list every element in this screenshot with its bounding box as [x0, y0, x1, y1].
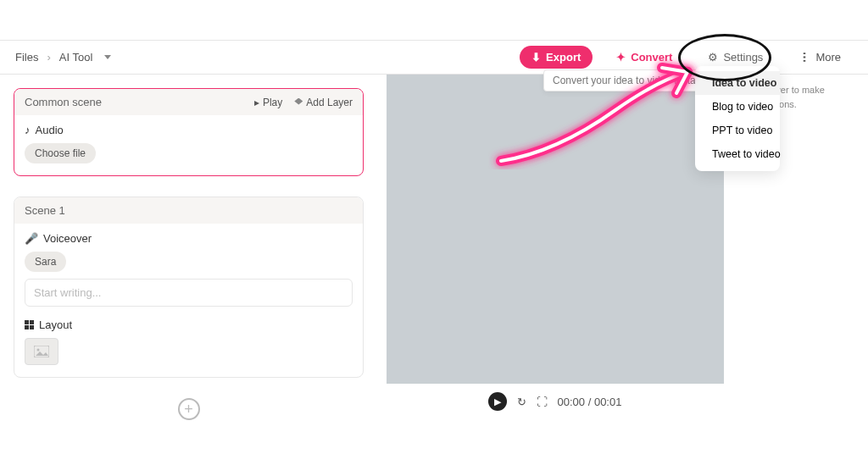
chevron-down-icon[interactable] [104, 55, 111, 59]
more-label: More [815, 51, 841, 64]
microphone-icon: 🎤 [25, 232, 38, 245]
choose-file-button[interactable]: Choose file [25, 143, 96, 163]
download-icon: ⬇ [531, 51, 541, 64]
add-layer-button[interactable]: Add Layer [294, 97, 353, 108]
layout-row: Layout [25, 318, 353, 331]
panel-header: Common scene ▸ Play Add Layer [14, 89, 363, 115]
music-note-icon: ♪ [25, 124, 31, 136]
settings-button[interactable]: ⚙ Settings [696, 46, 775, 69]
audio-label: Audio [36, 124, 64, 136]
chevron-right-icon: › [47, 51, 50, 64]
breadcrumb-current[interactable]: AI Tool [59, 51, 93, 64]
sparkle-icon: ✦ [616, 51, 626, 64]
add-scene-button[interactable]: + [178, 398, 200, 420]
fullscreen-icon[interactable]: ⛶ [537, 396, 548, 408]
voiceover-row: 🎤 Voiceover [25, 232, 353, 245]
panel-title: Scene 1 [25, 204, 65, 217]
panel-header: Scene 1 [14, 197, 363, 224]
play-label: Play [263, 97, 282, 108]
breadcrumb-root[interactable]: Files [15, 51, 38, 64]
time-display: 00:00 / 00:01 [558, 396, 622, 408]
dropdown-item-idea-to-video[interactable]: Idea to video [695, 71, 780, 95]
item-label: Idea to video [712, 77, 776, 89]
export-button[interactable]: ⬇ Export [520, 46, 593, 69]
convert-button[interactable]: ✦ Convert [604, 46, 684, 69]
voiceover-label: Voiceover [43, 232, 92, 245]
layout-label: Layout [39, 318, 72, 331]
play-icon: ▸ [254, 97, 259, 108]
add-scene-row: + [14, 398, 364, 420]
export-label: Export [546, 51, 581, 64]
breadcrumb: Files › AI Tool [15, 51, 111, 64]
item-label: PPT to video [712, 125, 772, 136]
voice-chip[interactable]: Sara [25, 252, 66, 272]
kebab-icon: ⋯ [798, 52, 811, 64]
scene-1-panel[interactable]: Scene 1 🎤 Voiceover Sara Start writing..… [14, 197, 364, 378]
player-controls: ▶ ↻ ⛶ 00:00 / 00:01 [488, 392, 622, 411]
audio-row: ♪ Audio [25, 124, 353, 136]
layout-thumbnail[interactable] [25, 338, 58, 365]
more-button[interactable]: ⋯ More [787, 46, 853, 69]
dropdown-item-tweet-to-video[interactable]: Tweet to video [695, 142, 780, 166]
layers-icon [294, 98, 303, 107]
gear-icon: ⚙ [708, 51, 718, 64]
window-titlebar [0, 0, 868, 41]
convert-label: Convert [631, 51, 672, 64]
header-actions: ⬇ Export ✦ Convert ⚙ Settings ⋯ More [520, 46, 853, 69]
layout-icon [25, 320, 34, 329]
play-button[interactable]: ▶ [488, 392, 507, 411]
common-scene-panel[interactable]: Common scene ▸ Play Add Layer ♪ Audio [14, 88, 364, 176]
preview-canvas[interactable] [387, 75, 724, 384]
play-button[interactable]: ▸ Play [254, 97, 282, 108]
svg-point-1 [37, 349, 40, 352]
script-input[interactable]: Start writing... [25, 279, 353, 307]
dropdown-item-blog-to-video[interactable]: Blog to video [695, 95, 780, 119]
item-label: Blog to video [712, 101, 773, 113]
panel-title: Common scene [25, 96, 102, 108]
preview-column: ▶ ↻ ⛶ 00:00 / 00:01 [377, 75, 732, 454]
replay-icon[interactable]: ↻ [517, 396, 526, 408]
image-icon [34, 346, 49, 357]
add-layer-label: Add Layer [306, 97, 353, 108]
dropdown-item-ppt-to-video[interactable]: PPT to video [695, 119, 780, 142]
convert-dropdown: Idea to video Blog to video PPT to video… [695, 66, 780, 171]
left-panel: Common scene ▸ Play Add Layer ♪ Audio [0, 75, 377, 454]
item-label: Tweet to video [712, 148, 781, 160]
settings-label: Settings [723, 51, 763, 64]
